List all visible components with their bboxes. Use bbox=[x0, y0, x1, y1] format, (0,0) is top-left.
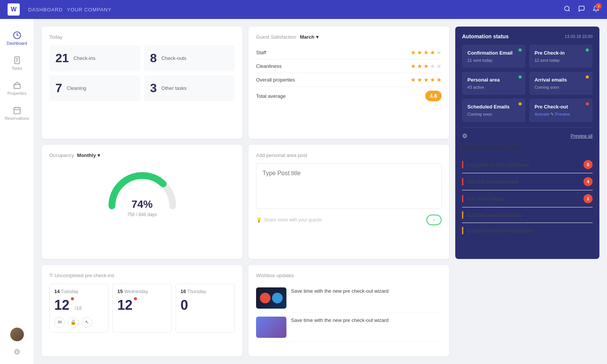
sidebar-item-dashboard[interactable]: Dashboard bbox=[2, 27, 32, 50]
profile-item-5: Create Check-Out Instructions bbox=[462, 223, 593, 238]
checkin-day-15: 15 Wednesday 12 bbox=[112, 284, 171, 333]
day-16-label: Thursday bbox=[187, 289, 206, 294]
auto-item-personal-area: Personal area 43 active bbox=[462, 72, 525, 95]
avg-badge: 4.8 bbox=[425, 91, 442, 101]
wishbox-thumb-bg-1 bbox=[256, 287, 286, 309]
auto-item-pre-checkout: Pre Check-out Activate ✎ Preview bbox=[529, 99, 593, 122]
checkouts-item: 8 Check-outs bbox=[144, 45, 235, 71]
chat-icon[interactable] bbox=[578, 5, 585, 14]
settings-icon[interactable]: ⚙ bbox=[14, 347, 20, 356]
wishbox-title: Wishbox updates bbox=[256, 273, 442, 278]
top-navigation: W DASHBOARD YOUR COMPANY 2 bbox=[0, 0, 607, 19]
day-14-label: Tuesday bbox=[61, 289, 79, 294]
auto-item-arrival-emails: Arrival emails Coming soon bbox=[529, 72, 593, 95]
status-dot-green-3 bbox=[519, 75, 522, 78]
sidebar-item-reservations[interactable]: Reservations bbox=[2, 102, 32, 125]
period-label: Monthly bbox=[77, 152, 96, 158]
reservations-icon bbox=[13, 106, 21, 115]
personal-area-name: Personal area bbox=[467, 77, 520, 83]
auto-item-confirmation: Confirmation Email 21 sent today bbox=[462, 45, 525, 68]
profile-item-2: Add Ical connection link 4 bbox=[462, 173, 593, 190]
day-14-header: 14 Tuesday bbox=[54, 289, 104, 294]
activate-link[interactable]: Activate bbox=[535, 112, 549, 116]
period-selector[interactable]: Monthly ▾ bbox=[77, 152, 100, 158]
profile-item-1: Complete rental's addresses 5 bbox=[462, 156, 593, 173]
occupancy-title: Occupancy bbox=[49, 152, 74, 158]
post-title-input[interactable] bbox=[256, 163, 442, 209]
topnav-title: DASHBOARD YOUR COMPANY bbox=[26, 7, 112, 13]
arrival-emails-name: Arrival emails bbox=[535, 77, 587, 83]
tasks-icon bbox=[13, 56, 21, 64]
notifications-icon[interactable]: 2 bbox=[593, 5, 599, 14]
checkin-day-14: 14 Tuesday 12 /18 ✉ 🔒 ↖ bbox=[49, 284, 109, 333]
profile-item-4: Add late check-out policy bbox=[462, 207, 593, 223]
checkin-day-16: 16 Thursday 0 bbox=[176, 284, 235, 333]
overall-label: Overall properties bbox=[256, 77, 410, 83]
month-selector[interactable]: March ▾ bbox=[300, 34, 319, 40]
cleaning-item: 7 Cleaning bbox=[49, 75, 140, 101]
total-avg-label: Total average bbox=[256, 93, 425, 99]
checkin-days: 14 Tuesday 12 /18 ✉ 🔒 ↖ 15 Wednesday bbox=[49, 284, 235, 333]
dropdown-icon: ▾ bbox=[316, 34, 319, 40]
automation-date: 13.03.18 22:00 bbox=[565, 34, 593, 39]
svg-line-1 bbox=[568, 10, 569, 11]
profile-label-1: Complete rental's addresses bbox=[467, 162, 529, 168]
svg-rect-7 bbox=[14, 85, 20, 88]
preview-link[interactable]: Preview bbox=[555, 112, 570, 116]
checkins-item: 21 Check-ins bbox=[49, 45, 140, 71]
staff-stars: ★★★★★ bbox=[410, 49, 442, 56]
preview-all-link[interactable]: Preview all bbox=[571, 133, 593, 139]
today-grid: 21 Check-ins 8 Check-outs 7 Cleaning 3 O… bbox=[49, 45, 235, 101]
bar-red-3 bbox=[462, 195, 463, 202]
day-15-number: 12 bbox=[117, 297, 132, 313]
company-name: YOUR COMPANY bbox=[67, 7, 112, 13]
cleaning-label: Cleaning bbox=[67, 85, 86, 91]
day-14-num: 14 bbox=[54, 289, 60, 294]
satisfaction-header: Guest Satisfaction March ▾ bbox=[256, 34, 442, 40]
logo: W bbox=[8, 3, 20, 16]
sidebar-label-tasks: Tasks bbox=[11, 66, 22, 71]
status-dot-green-2 bbox=[586, 49, 589, 52]
pre-checkout-sub: Activate ✎ Preview bbox=[535, 112, 587, 117]
section-label: DASHBOARD bbox=[28, 7, 63, 13]
search-icon[interactable] bbox=[564, 5, 571, 14]
properties-icon bbox=[13, 81, 21, 89]
confirmation-email-name: Confirmation Email bbox=[467, 50, 520, 56]
satisfaction-title: Guest Satisfaction bbox=[256, 34, 296, 40]
user-avatar[interactable] bbox=[10, 328, 24, 341]
profile-tips-title: Profile completion tips bbox=[462, 145, 593, 151]
profile-badge-2: 4 bbox=[583, 177, 593, 186]
checkouts-count: 8 bbox=[150, 51, 157, 65]
post-footer: 💡 Share more with your guests › bbox=[256, 215, 442, 225]
cleanliness-label: Cleanliness bbox=[256, 63, 410, 69]
automation-settings-icon[interactable]: ⚙ bbox=[462, 132, 467, 140]
email-icon-button[interactable]: ✉ bbox=[54, 317, 65, 328]
day-15-num: 15 bbox=[117, 289, 123, 294]
notification-badge: 2 bbox=[596, 3, 602, 9]
wishbox-thumb-2 bbox=[256, 317, 286, 338]
sidebar-item-tasks[interactable]: Tasks bbox=[2, 52, 32, 75]
post-title: Add personal area post bbox=[256, 152, 442, 158]
cursor-icon-button[interactable]: ↖ bbox=[82, 317, 92, 328]
lock-icon-button[interactable]: 🔒 bbox=[68, 317, 79, 328]
bar-orange-1 bbox=[462, 211, 463, 219]
profile-label-3: Add Wi-Fi details bbox=[467, 196, 504, 202]
day-15-header: 15 Wednesday bbox=[117, 289, 167, 294]
status-dot-green bbox=[519, 49, 522, 52]
sidebar-item-properties[interactable]: Properties bbox=[2, 77, 32, 100]
day-14-icons: ✉ 🔒 ↖ bbox=[54, 317, 104, 328]
today-card: Today 21 Check-ins 8 Check-outs 7 Cleani… bbox=[42, 27, 242, 139]
post-hint-text: Share more with your guests bbox=[264, 217, 322, 223]
checkins-label: Check-ins bbox=[74, 55, 96, 61]
wishbox-thumb-1 bbox=[256, 287, 286, 309]
precheckin-card: ⠿ Uncompleted pre check-ins 14 Tuesday 1… bbox=[42, 265, 242, 356]
checkins-count: 21 bbox=[55, 51, 69, 65]
post-card: Add personal area post 💡 Share more with… bbox=[248, 145, 449, 259]
bar-red-2 bbox=[462, 178, 463, 185]
post-submit-button[interactable]: › bbox=[426, 215, 442, 225]
checkouts-label: Check-outs bbox=[161, 55, 186, 61]
gauge-text-container: 74% 756 / 846 days bbox=[127, 198, 157, 217]
satisfaction-row-overall: Overall properties ★★★★★ bbox=[256, 73, 442, 87]
thumb-circles bbox=[256, 287, 286, 309]
satisfaction-row-staff: Staff ★★★★★ bbox=[256, 46, 442, 60]
